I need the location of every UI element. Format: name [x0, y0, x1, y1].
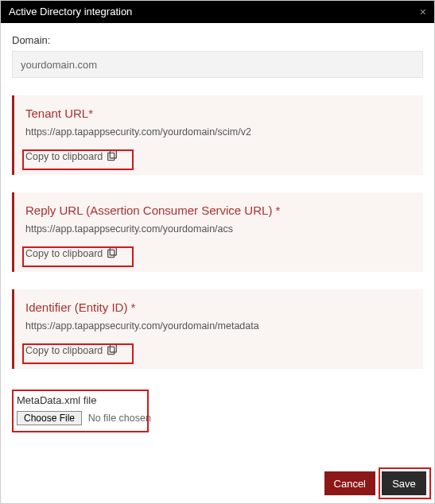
dialog-titlebar: Active Directory integration ×: [1, 1, 434, 23]
dialog-title: Active Directory integration: [9, 1, 132, 23]
svg-rect-1: [108, 153, 115, 160]
svg-rect-0: [111, 151, 117, 158]
metadata-label: MetaData.xml file: [17, 394, 151, 406]
svg-rect-2: [111, 248, 117, 255]
dialog-content: Domain: Tenant URL* https://app.tapappse…: [1, 23, 434, 432]
identifier-title: Identifier (Entity ID) *: [25, 300, 412, 314]
svg-rect-4: [111, 345, 117, 352]
tenant-url-value: https://app.tapappsecurity.com/yourdomai…: [25, 126, 412, 138]
copy-label: Copy to clipboard: [25, 345, 103, 356]
choose-file-button[interactable]: Choose File: [17, 411, 82, 425]
tenant-url-title: Tenant URL*: [25, 107, 412, 120]
copy-label: Copy to clipboard: [25, 248, 103, 259]
tenant-url-card: Tenant URL* https://app.tapappsecurity.c…: [12, 95, 423, 175]
clipboard-icon: [106, 343, 118, 358]
save-button[interactable]: Save: [382, 471, 426, 495]
reply-copy-button[interactable]: Copy to clipboard: [25, 242, 122, 264]
copy-label: Copy to clipboard: [25, 151, 103, 162]
reply-url-title: Reply URL (Assertion Consumer Service UR…: [25, 204, 412, 217]
metadata-section: MetaData.xml file Choose File No file ch…: [12, 390, 423, 432]
reply-url-value: https://app.tapappsecurity.com/yourdomai…: [25, 223, 412, 235]
clipboard-icon: [106, 246, 118, 261]
identifier-copy-button[interactable]: Copy to clipboard: [25, 339, 122, 361]
reply-url-card: Reply URL (Assertion Consumer Service UR…: [12, 192, 423, 272]
domain-input[interactable]: [12, 51, 423, 78]
clipboard-icon: [106, 149, 118, 164]
tenant-copy-button[interactable]: Copy to clipboard: [25, 145, 122, 167]
dialog-footer: Cancel Save: [317, 463, 434, 503]
file-status: No file chosen: [88, 413, 151, 424]
domain-label: Domain:: [12, 34, 423, 46]
identifier-value: https://app.tapappsecurity.com/yourdomai…: [25, 320, 412, 331]
close-icon[interactable]: ×: [420, 1, 426, 23]
svg-rect-5: [108, 347, 115, 354]
svg-rect-3: [108, 250, 115, 257]
cancel-button[interactable]: Cancel: [324, 471, 375, 495]
identifier-card: Identifier (Entity ID) * https://app.tap…: [12, 289, 423, 369]
